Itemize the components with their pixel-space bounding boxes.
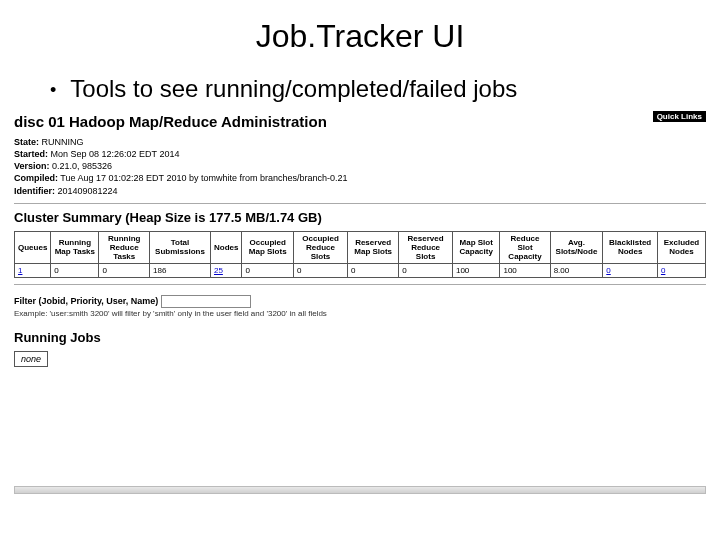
- col-reserved-map: Reserved Map Slots: [348, 231, 399, 263]
- blacklisted-link[interactable]: 0: [606, 266, 610, 275]
- col-total-submissions: Total Submissions: [150, 231, 211, 263]
- divider: [14, 284, 706, 285]
- cell-occ-map: 0: [242, 263, 294, 277]
- cell-occ-reduce: 0: [293, 263, 347, 277]
- col-blacklisted: Blacklisted Nodes: [603, 231, 658, 263]
- cell-map-cap: 100: [452, 263, 500, 277]
- divider: [14, 203, 706, 204]
- slide-bullet-text: Tools to see running/completed/failed jo…: [70, 75, 517, 102]
- slide-bullet-row: •Tools to see running/completed/failed j…: [50, 75, 720, 103]
- page-title: disc 01 Hadoop Map/Reduce Administration: [14, 113, 706, 130]
- running-jobs-heading: Running Jobs: [14, 330, 706, 345]
- col-running-map: Running Map Tasks: [51, 231, 99, 263]
- col-occupied-reduce: Occupied Reduce Slots: [293, 231, 347, 263]
- filter-label: Filter (Jobid, Priority, User, Name): [14, 296, 158, 306]
- col-nodes: Nodes: [210, 231, 241, 263]
- meta-identifier: Identifier: 201409081224: [14, 185, 706, 197]
- jobtracker-panel: Quick Links disc 01 Hadoop Map/Reduce Ad…: [14, 113, 706, 367]
- scrollbar-horizontal[interactable]: [14, 486, 706, 494]
- meta-compiled: Compiled: Tue Aug 17 01:02:28 EDT 2010 b…: [14, 172, 706, 184]
- running-jobs-none: none: [14, 351, 48, 367]
- col-excluded: Excluded Nodes: [657, 231, 705, 263]
- bullet-icon: •: [50, 80, 56, 101]
- slide-title: Job.Tracker UI: [0, 18, 720, 55]
- cluster-summary-table: Queues Running Map Tasks Running Reduce …: [14, 231, 706, 278]
- quick-links-button[interactable]: Quick Links: [653, 111, 706, 122]
- col-reduce-capacity: Reduce Slot Capacity: [500, 231, 550, 263]
- cluster-summary-heading: Cluster Summary (Heap Size is 177.5 MB/1…: [14, 210, 706, 225]
- col-avg-slots: Avg. Slots/Node: [550, 231, 603, 263]
- filter-row: Filter (Jobid, Priority, User, Name): [14, 295, 706, 308]
- cell-avg-slots: 8.00: [550, 263, 603, 277]
- table-row: 1 0 0 186 25 0 0 0 0 100 100 8.00 0 0: [15, 263, 706, 277]
- cell-reduce-cap: 100: [500, 263, 550, 277]
- filter-input[interactable]: [161, 295, 251, 308]
- col-running-reduce: Running Reduce Tasks: [99, 231, 150, 263]
- cell-total-sub: 186: [150, 263, 211, 277]
- excluded-link[interactable]: 0: [661, 266, 665, 275]
- filter-note: Example: 'user:smith 3200' will filter b…: [14, 309, 706, 318]
- col-occupied-map: Occupied Map Slots: [242, 231, 294, 263]
- meta-state: State: RUNNING: [14, 136, 706, 148]
- cell-res-reduce: 0: [399, 263, 453, 277]
- cell-res-map: 0: [348, 263, 399, 277]
- nodes-link[interactable]: 25: [214, 266, 223, 275]
- col-reserved-reduce: Reserved Reduce Slots: [399, 231, 453, 263]
- cell-run-reduce: 0: [99, 263, 150, 277]
- queues-link[interactable]: 1: [18, 266, 22, 275]
- meta-version: Version: 0.21.0, 985326: [14, 160, 706, 172]
- table-header-row: Queues Running Map Tasks Running Reduce …: [15, 231, 706, 263]
- col-queues: Queues: [15, 231, 51, 263]
- meta-started: Started: Mon Sep 08 12:26:02 EDT 2014: [14, 148, 706, 160]
- col-map-capacity: Map Slot Capacity: [452, 231, 500, 263]
- cell-run-map: 0: [51, 263, 99, 277]
